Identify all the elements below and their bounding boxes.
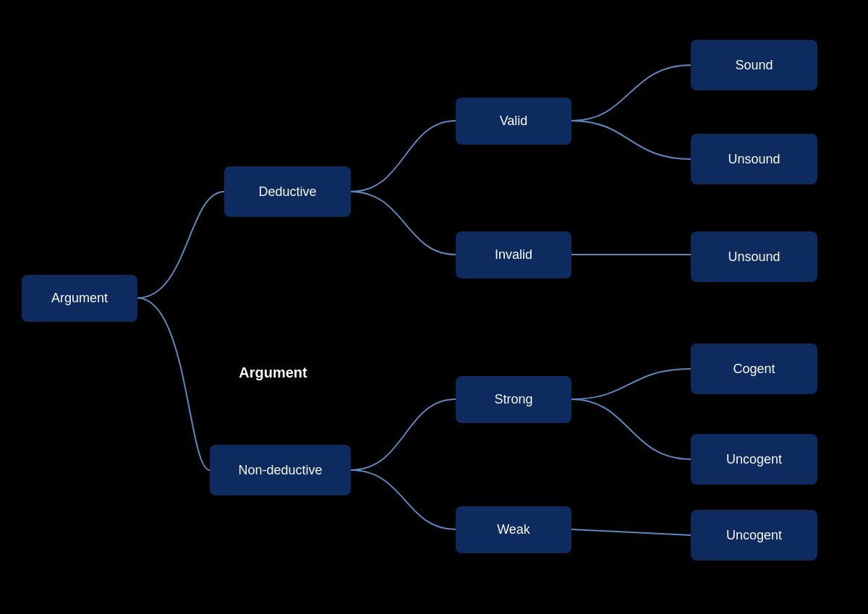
diagram: Argument Deductive Non-deductive Valid I…	[0, 0, 868, 614]
deductive-node: Deductive	[224, 166, 351, 217]
cogent-node: Cogent	[691, 344, 817, 394]
weak-node: Weak	[456, 506, 571, 553]
uncogent2-node: Uncogent	[691, 510, 817, 560]
unsound1-node: Unsound	[691, 134, 817, 184]
unsound2-node: Unsound	[691, 231, 817, 282]
argument-node: Argument	[22, 275, 137, 322]
uncogent1-node: Uncogent	[691, 434, 817, 485]
floating-argument-label: Argument	[203, 354, 344, 391]
sound-node: Sound	[691, 40, 817, 90]
svg-line-1	[571, 529, 691, 535]
valid-node: Valid	[456, 98, 571, 145]
strong-node: Strong	[456, 376, 571, 423]
invalid-node: Invalid	[456, 231, 571, 278]
non-deductive-node: Non-deductive	[210, 445, 351, 495]
